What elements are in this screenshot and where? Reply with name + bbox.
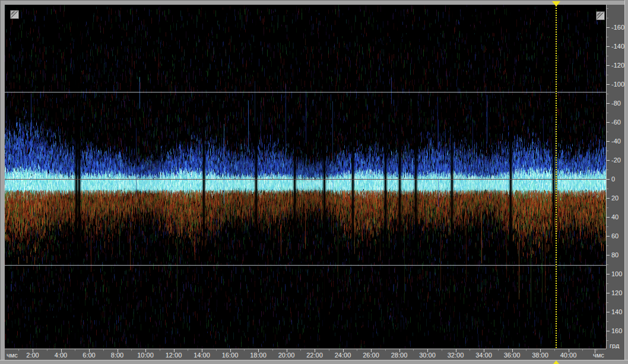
x-axis-tick-label: 8:00: [111, 352, 123, 359]
x-axis-tick-label: 26:00: [363, 352, 379, 359]
x-axis-tick-label: 36:00: [504, 352, 521, 359]
axis-corner: [606, 349, 624, 360]
x-axis-tick: [47, 349, 47, 351]
y-axis-tick: [607, 245, 608, 246]
y-axis-tick: [607, 170, 608, 170]
x-axis-tick-label: 34:00: [475, 352, 492, 359]
x-axis-tick: [244, 349, 245, 351]
y-axis-tick-label: 80: [611, 251, 619, 258]
y-axis-tick-label: 0: [611, 175, 615, 183]
y-axis-tick: [607, 160, 610, 161]
x-axis-tick-label: 30:00: [419, 352, 436, 359]
y-axis-tick: [607, 46, 610, 47]
x-axis-tick: [188, 349, 188, 351]
x-axis-tick: [582, 349, 583, 351]
x-axis-tick: [75, 349, 75, 351]
x-axis-tick: [160, 349, 160, 351]
y-axis-tick: [607, 321, 608, 322]
y-axis-tick-label: -80: [611, 100, 621, 107]
y-axis-tick: [607, 27, 610, 28]
y-axis-tick-label: 100: [611, 270, 622, 277]
y-axis-tick-label: -40: [611, 138, 621, 145]
y-axis-tick: [607, 274, 610, 274]
y-axis-tick: [607, 189, 608, 189]
y-axis-tick: [607, 179, 610, 180]
resize-handle-icon[interactable]: [10, 10, 19, 19]
y-axis-tick: [607, 207, 608, 208]
signal-display-window: грд -160-140-120-100-80-60-40-2002040608…: [0, 0, 628, 364]
x-axis-tick: [470, 349, 470, 351]
x-axis-tick: [272, 349, 273, 351]
y-axis-tick: [607, 340, 608, 341]
y-axis-tick: [607, 226, 608, 227]
y-axis-tick-label: 20: [611, 194, 619, 202]
y-axis-tick: [607, 141, 610, 142]
window-frame-edge: [0, 0, 1, 364]
y-axis-tick: [607, 113, 608, 113]
y-axis-tick-label: -20: [611, 157, 621, 164]
y-axis-tick-label: 140: [611, 308, 622, 315]
y-axis-tick: [607, 255, 610, 256]
x-axis-tick-label: 40:00: [560, 352, 577, 359]
y-axis-tick: [607, 264, 608, 265]
x-axis-tick: [300, 349, 301, 351]
y-axis-tick-label: 40: [611, 213, 619, 221]
x-axis-tick: [131, 349, 132, 351]
resize-handle-icon[interactable]: [596, 11, 605, 20]
y-axis-tick: [607, 56, 608, 56]
y-axis-tick: [607, 151, 608, 151]
y-axis-tick: [607, 8, 608, 9]
y-axis-tick: [607, 94, 608, 94]
cursor-marker-bottom-icon[interactable]: [553, 360, 559, 364]
x-axis-tick-label: 38:00: [532, 352, 548, 359]
x-axis-tick: [498, 349, 499, 351]
y-axis-tick: [607, 65, 610, 66]
x-axis-strip: чмс чмс 2:004:006:008:0010:0012:0014:001…: [5, 349, 606, 360]
x-axis-tick-label: 24:00: [335, 352, 351, 359]
y-axis-tick-label: 160: [611, 327, 622, 334]
x-axis-tick: [103, 349, 104, 351]
y-axis-tick-label: 60: [611, 232, 619, 240]
x-axis-tick-label: 18:00: [250, 352, 267, 359]
x-axis-tick: [216, 349, 217, 351]
x-axis-tick-label: 32:00: [448, 352, 464, 359]
y-axis-tick: [607, 217, 610, 218]
x-axis-tick-label: 12:00: [166, 352, 182, 359]
cursor-marker-top-icon[interactable]: [552, 1, 560, 7]
y-axis-tick: [607, 84, 610, 85]
x-axis-tick: [357, 349, 357, 351]
x-axis-tick: [526, 349, 526, 351]
y-axis-tick: [607, 75, 608, 75]
y-axis-tick: [607, 18, 608, 18]
x-axis-tick-label: 4:00: [55, 352, 67, 359]
y-axis-tick: [607, 103, 610, 104]
y-axis-tick-label: -100: [611, 81, 624, 88]
y-axis-tick-label: 120: [611, 289, 622, 296]
window-frame: [624, 0, 628, 364]
x-axis-tick-label: 10:00: [137, 352, 154, 359]
y-axis-tick-label: -160: [611, 24, 624, 31]
y-axis-tick: [607, 293, 610, 293]
y-axis-tick-label: -140: [611, 43, 624, 50]
x-axis-tick: [442, 349, 442, 351]
x-axis-tick-label: 22:00: [306, 352, 323, 359]
x-axis-unit-label-left: чмс: [7, 352, 18, 359]
x-axis-tick: [18, 349, 19, 351]
x-axis-tick: [385, 349, 386, 351]
phase-plot-canvas[interactable]: [5, 5, 606, 349]
y-axis-strip: грд -160-140-120-100-80-60-40-2002040608…: [606, 5, 624, 360]
x-axis-tick-label: 20:00: [278, 352, 295, 359]
y-axis-tick: [607, 302, 608, 303]
y-axis-tick: [607, 37, 608, 37]
x-axis-tick: [554, 349, 555, 351]
y-axis-tick: [607, 198, 610, 199]
window-frame-edge: [0, 0, 628, 1]
y-axis-tick: [607, 132, 608, 132]
y-axis-tick-label: -60: [611, 119, 621, 126]
window-frame: [0, 360, 628, 364]
x-axis-tick-label: 14:00: [194, 352, 210, 359]
x-axis-tick: [413, 349, 414, 351]
x-axis-tick: [597, 349, 597, 351]
x-axis-tick-label: 28:00: [391, 352, 408, 359]
y-axis-tick: [607, 331, 610, 331]
